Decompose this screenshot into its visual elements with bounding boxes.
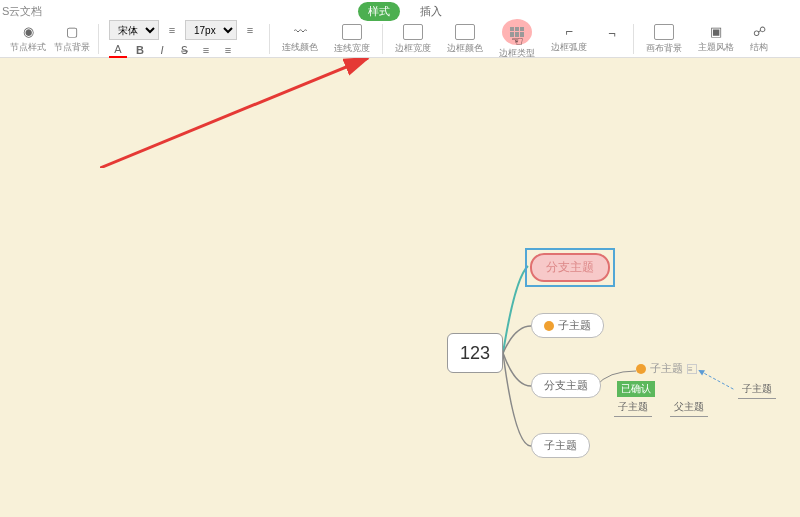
strike-button[interactable]: S̶: [175, 42, 193, 58]
sub-node-2[interactable]: 父主题: [670, 398, 708, 417]
corner-icon: ⌐: [560, 25, 578, 39]
divider: [633, 24, 634, 54]
fill-icon: ▢: [63, 25, 81, 39]
detail-child-node[interactable]: 子主题 ≡: [636, 361, 697, 376]
priority-marker-icon: [636, 364, 646, 374]
indent-right-button[interactable]: ≡: [219, 42, 237, 58]
border-radius-left-button[interactable]: ⌐ 边框弧度: [551, 25, 587, 54]
align-button[interactable]: ≡: [163, 22, 181, 38]
tab-insert[interactable]: 插入: [416, 2, 446, 21]
sub-node-3[interactable]: 子主题: [738, 380, 776, 399]
canvas-icon: [654, 24, 674, 40]
sub-nodes-row: 子主题 父主题: [614, 398, 708, 417]
font-family-select[interactable]: 宋体: [109, 20, 159, 40]
theme-icon: ▣: [707, 25, 725, 39]
node-style-icon: ◉: [19, 25, 37, 39]
line-width-icon: [342, 24, 362, 40]
font-size-select[interactable]: 17px: [185, 20, 237, 40]
svg-line-1: [100, 58, 368, 168]
line-width-button[interactable]: 连线宽度: [334, 24, 370, 55]
font-color-button[interactable]: A: [109, 42, 127, 58]
top-toolbar-area: S云文档 样式 插入 ◉ 节点样式 ▢ 节点背景 宋体 ≡ 17px ≡ A B…: [0, 0, 800, 58]
branch-node-selected-inner: 分支主题: [530, 253, 610, 282]
child-node-1[interactable]: 子主题: [531, 313, 604, 338]
toolbar: ◉ 节点样式 ▢ 节点背景 宋体 ≡ 17px ≡ A B I S̶ ≡ ≡: [0, 20, 800, 58]
note-icon: ≡: [687, 364, 697, 374]
node-bg-button[interactable]: ▢ 节点背景: [54, 25, 90, 54]
root-node[interactable]: 123: [447, 333, 503, 373]
divider: [382, 24, 383, 54]
lineheight-button[interactable]: ≡: [241, 22, 259, 38]
divider: [98, 24, 99, 54]
mindmap-canvas[interactable]: 123 分支主题 子主题 分支主题 子主题 子主题 ≡ 已确认 子主题 父主题 …: [0, 58, 800, 517]
document-title: S云文档: [2, 4, 42, 19]
text-tools: 宋体 ≡ 17px ≡ A B I S̶ ≡ ≡: [109, 20, 259, 58]
divider: [269, 24, 270, 54]
structure-icon: ☍: [750, 25, 768, 39]
indent-left-button[interactable]: ≡: [197, 42, 215, 58]
line-color-icon: 〰: [291, 25, 309, 39]
priority-marker-icon: [544, 321, 554, 331]
border-width-icon: [403, 24, 423, 40]
canvas-bg-button[interactable]: 画布背景: [646, 24, 682, 55]
tag-confirmed[interactable]: 已确认: [617, 381, 655, 397]
theme-style-button[interactable]: ▣ 主题风格: [698, 25, 734, 54]
line-color-button[interactable]: 〰 连线颜色: [282, 25, 318, 54]
node-style-button[interactable]: ◉ 节点样式: [10, 25, 46, 54]
bold-button[interactable]: B: [131, 42, 149, 58]
child-node-3[interactable]: 子主题: [531, 433, 590, 458]
cursor-icon: ☜: [511, 33, 524, 49]
border-width-button[interactable]: 边框宽度: [395, 24, 431, 55]
structure-button[interactable]: ☍ 结构: [750, 25, 768, 54]
annotation-arrow: [100, 58, 380, 168]
branch-node-2[interactable]: 分支主题: [531, 373, 601, 398]
tab-bar: 样式 插入: [358, 2, 446, 21]
border-color-button[interactable]: 边框颜色: [447, 24, 483, 55]
branch-node-selected[interactable]: 分支主题: [525, 248, 615, 287]
italic-button[interactable]: I: [153, 42, 171, 58]
border-radius-right-button[interactable]: ¬ x: [603, 26, 621, 52]
corner-icon: ¬: [603, 26, 621, 40]
tab-style[interactable]: 样式: [358, 2, 400, 21]
border-color-icon: [455, 24, 475, 40]
sub-node-1[interactable]: 子主题: [614, 398, 652, 417]
border-type-button[interactable]: 边框类型 ☜: [499, 19, 535, 60]
